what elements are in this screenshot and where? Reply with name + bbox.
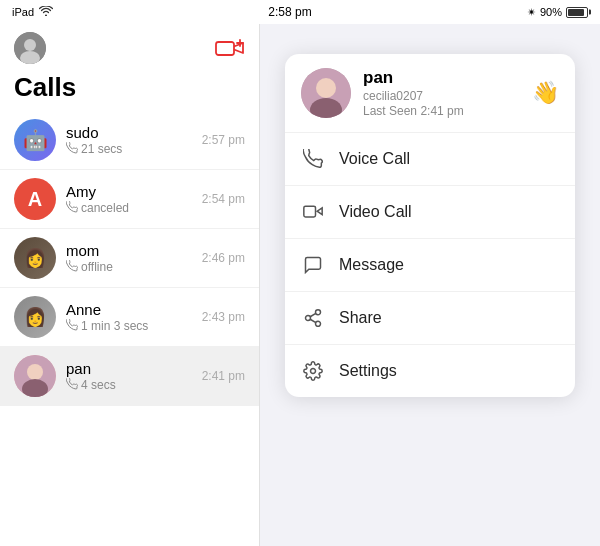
- call-time-mom: 2:46 pm: [202, 251, 245, 265]
- svg-point-10: [316, 78, 336, 98]
- svg-point-14: [306, 316, 311, 321]
- device-label: iPad: [12, 6, 34, 18]
- call-item-anne[interactable]: 👩 Anne 1 min 3 secs 2:43 pm: [0, 288, 259, 347]
- svg-point-13: [316, 310, 321, 315]
- contact-username: cecilia0207: [363, 89, 520, 103]
- call-sub-pan: 4 secs: [66, 378, 192, 393]
- call-name-amy: Amy: [66, 183, 192, 200]
- contact-info: pan cecilia0207 Last Seen 2:41 pm: [363, 68, 520, 118]
- svg-rect-12: [304, 206, 316, 217]
- call-info-sudo: sudo 21 secs: [66, 124, 192, 157]
- call-name-pan: pan: [66, 360, 192, 377]
- svg-point-7: [27, 364, 43, 380]
- action-label-settings: Settings: [339, 362, 397, 380]
- action-label-voice: Voice Call: [339, 150, 410, 168]
- contact-emoji: 👋: [532, 80, 559, 106]
- battery-icon: [566, 7, 588, 18]
- right-panel: pan cecilia0207 Last Seen 2:41 pm 👋 Voic…: [260, 24, 600, 546]
- contact-lastseen: Last Seen 2:41 pm: [363, 104, 520, 118]
- call-item-pan[interactable]: pan 4 secs 2:41 pm: [0, 347, 259, 406]
- svg-point-15: [316, 321, 321, 326]
- action-voice-call[interactable]: Voice Call: [285, 133, 575, 186]
- left-panel: Calls 🤖 sudo 21 secs: [0, 24, 260, 546]
- phone-icon-sudo: [66, 142, 78, 157]
- call-time-anne: 2:43 pm: [202, 310, 245, 324]
- call-name-sudo: sudo: [66, 124, 192, 141]
- call-item-amy[interactable]: A Amy canceled 2:54 pm: [0, 170, 259, 229]
- status-right: ✴ 90%: [527, 6, 588, 19]
- page-title: Calls: [0, 70, 259, 111]
- svg-rect-3: [216, 42, 234, 55]
- phone-icon-mom: [66, 260, 78, 275]
- contact-avatar: [301, 68, 351, 118]
- call-name-anne: Anne: [66, 301, 192, 318]
- action-label-video: Video Call: [339, 203, 412, 221]
- context-card: pan cecilia0207 Last Seen 2:41 pm 👋 Voic…: [285, 54, 575, 397]
- share-icon: [301, 306, 325, 330]
- call-sub-amy: canceled: [66, 201, 192, 216]
- action-video-call[interactable]: Video Call: [285, 186, 575, 239]
- call-info-mom: mom offline: [66, 242, 192, 275]
- message-icon: [301, 253, 325, 277]
- call-avatar-amy: A: [14, 178, 56, 220]
- action-label-message: Message: [339, 256, 404, 274]
- action-message[interactable]: Message: [285, 239, 575, 292]
- contact-name: pan: [363, 68, 520, 88]
- main-layout: Calls 🤖 sudo 21 secs: [0, 24, 600, 546]
- phone-icon-anne: [66, 319, 78, 334]
- bluetooth-icon: ✴: [527, 6, 536, 19]
- phone-missed-icon-amy: [66, 201, 78, 216]
- left-header: [0, 24, 259, 70]
- action-list: Voice Call Video Call: [285, 133, 575, 397]
- call-avatar-pan: [14, 355, 56, 397]
- wifi-icon: [39, 6, 53, 18]
- call-avatar-anne: 👩: [14, 296, 56, 338]
- call-list: 🤖 sudo 21 secs 2:57 pm: [0, 111, 259, 546]
- call-time-pan: 2:41 pm: [202, 369, 245, 383]
- contact-header: pan cecilia0207 Last Seen 2:41 pm 👋: [285, 54, 575, 133]
- call-item-sudo[interactable]: 🤖 sudo 21 secs 2:57 pm: [0, 111, 259, 170]
- call-info-amy: Amy canceled: [66, 183, 192, 216]
- call-avatar-sudo: 🤖: [14, 119, 56, 161]
- call-avatar-mom: 👩: [14, 237, 56, 279]
- status-time: 2:58 pm: [268, 5, 311, 19]
- action-settings[interactable]: Settings: [285, 345, 575, 397]
- call-info-pan: pan 4 secs: [66, 360, 192, 393]
- gear-icon: [301, 359, 325, 383]
- call-time-amy: 2:54 pm: [202, 192, 245, 206]
- action-share[interactable]: Share: [285, 292, 575, 345]
- call-sub-anne: 1 min 3 secs: [66, 319, 192, 334]
- status-left: iPad: [12, 6, 53, 18]
- svg-point-1: [24, 39, 36, 51]
- call-sub-mom: offline: [66, 260, 192, 275]
- user-avatar[interactable]: [14, 32, 46, 64]
- battery-percent: 90%: [540, 6, 562, 18]
- call-name-mom: mom: [66, 242, 192, 259]
- phone-icon-pan: [66, 378, 78, 393]
- video-icon: [301, 200, 325, 224]
- svg-point-16: [311, 369, 316, 374]
- action-label-share: Share: [339, 309, 382, 327]
- call-info-anne: Anne 1 min 3 secs: [66, 301, 192, 334]
- status-bar: iPad 2:58 pm ✴ 90%: [0, 0, 600, 24]
- phone-icon: [301, 147, 325, 171]
- call-item-mom[interactable]: 👩 mom offline 2:46 pm: [0, 229, 259, 288]
- new-call-button[interactable]: [215, 38, 245, 58]
- call-sub-sudo: 21 secs: [66, 142, 192, 157]
- call-time-sudo: 2:57 pm: [202, 133, 245, 147]
